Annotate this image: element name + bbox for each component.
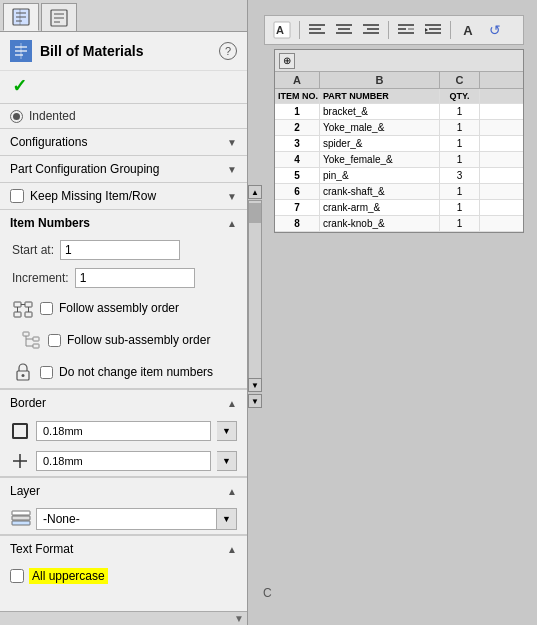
layer-label: Layer <box>10 484 227 498</box>
panel-title: Bill of Materials <box>40 43 211 59</box>
layer-icon <box>10 508 32 530</box>
layer-header[interactable]: Layer ▲ <box>0 477 247 504</box>
cell-item-8: 8 <box>275 216 320 231</box>
svg-rect-15 <box>25 302 32 307</box>
keep-missing-checkbox[interactable] <box>10 189 24 203</box>
left-panel: Bill of Materials ? ✓ Indented Configura… <box>0 0 248 625</box>
col-header-row: A B C <box>275 72 523 89</box>
table-row: 5 pin_& 3 <box>275 168 523 184</box>
follow-assembly-row[interactable]: Follow assembly order <box>0 292 247 324</box>
font-format-button[interactable]: A <box>270 19 294 41</box>
cell-item-7: 7 <box>275 200 320 215</box>
part-config-grouping-section[interactable]: Part Configuration Grouping ▼ <box>0 155 247 182</box>
item-numbers-label: Item Numbers <box>10 216 227 230</box>
cell-part-7: crank-arm_& <box>320 200 440 215</box>
start-at-input[interactable] <box>60 240 180 260</box>
border-outer-icon <box>10 421 30 441</box>
svg-rect-32 <box>12 521 30 525</box>
layer-section: Layer ▲ -None- ▼ <box>0 476 247 530</box>
do-not-change-row[interactable]: Do not change item numbers <box>0 356 247 388</box>
svg-rect-23 <box>33 344 39 348</box>
configurations-label: Configurations <box>10 135 227 149</box>
cell-qty-4: 1 <box>440 152 480 167</box>
do-not-change-label: Do not change item numbers <box>59 365 213 379</box>
item-numbers-header[interactable]: Item Numbers ▲ <box>0 209 247 236</box>
increment-input[interactable] <box>75 268 195 288</box>
chevron-up-icon3: ▲ <box>227 486 237 497</box>
table-row: 2 Yoke_male_& 1 <box>275 120 523 136</box>
table-row: 8 crank-knob_& 1 <box>275 216 523 232</box>
cell-item-5: 5 <box>275 168 320 183</box>
svg-marker-53 <box>425 28 428 32</box>
border-cross-icon <box>10 451 30 471</box>
chevron-down-icon2: ▼ <box>227 164 237 175</box>
align-left-button[interactable] <box>305 19 329 41</box>
layer-select-control: -None- ▼ <box>10 508 237 530</box>
corner-c-label: C <box>263 586 272 600</box>
right-panel: ▲ ▼ ▼ A <box>248 0 537 625</box>
text-format-label: Text Format <box>10 542 227 556</box>
cell-qty-7: 1 <box>440 200 480 215</box>
configurations-section[interactable]: Configurations ▼ <box>0 128 247 155</box>
table-row: 3 spider_& 1 <box>275 136 523 152</box>
follow-sub-assembly-row[interactable]: Follow sub-assembly order <box>0 324 247 356</box>
border-line1-value: 0.18mm <box>36 421 211 441</box>
border-header[interactable]: Border ▲ <box>0 389 247 416</box>
keep-missing-row[interactable]: Keep Missing Item/Row ▼ <box>0 182 247 209</box>
toolbar-sep3 <box>450 21 451 39</box>
table-row: 1 bracket_& 1 <box>275 104 523 120</box>
svg-rect-29 <box>13 424 27 438</box>
border-line1-dropdown[interactable]: ▼ <box>217 421 237 441</box>
col-header-b: B <box>320 72 440 88</box>
tab-bom[interactable] <box>3 3 39 31</box>
cell-part-5: pin_& <box>320 168 440 183</box>
cell-part-1: bracket_& <box>320 104 440 119</box>
border-line2-value: 0.18mm <box>36 451 211 471</box>
scroll-down-arrow[interactable]: ▼ <box>234 613 244 624</box>
follow-assembly-checkbox[interactable] <box>40 302 53 315</box>
layer-select-arrow[interactable]: ▼ <box>217 508 237 530</box>
indented-row[interactable]: Indented <box>0 103 247 128</box>
scroll-up-btn[interactable]: ▲ <box>248 185 262 199</box>
cell-qty-6: 1 <box>440 184 480 199</box>
border-line2-dropdown[interactable]: ▼ <box>217 451 237 471</box>
border-label: Border <box>10 396 227 410</box>
help-button[interactable]: ? <box>219 42 237 60</box>
scroll-thumb <box>249 203 261 223</box>
indent-button[interactable] <box>421 19 445 41</box>
align-center-button[interactable] <box>332 19 356 41</box>
cell-part-4: Yoke_female_& <box>320 152 440 167</box>
more-format-button[interactable] <box>394 19 418 41</box>
follow-sub-assembly-label: Follow sub-assembly order <box>67 333 210 347</box>
scroll-down-btn[interactable]: ▼ <box>248 378 262 392</box>
start-at-row: Start at: <box>0 236 247 264</box>
scroll-down-btn2[interactable]: ▼ <box>248 394 262 408</box>
cell-item-4: 4 <box>275 152 320 167</box>
cell-item-1: 1 <box>275 104 320 119</box>
cell-part-3: spider_& <box>320 136 440 151</box>
font-a-button[interactable]: A <box>456 19 480 41</box>
tab-bar <box>0 0 247 32</box>
all-uppercase-row: All uppercase <box>0 562 247 590</box>
follow-assembly-label: Follow assembly order <box>59 301 179 315</box>
chevron-up-icon: ▲ <box>227 218 237 229</box>
cell-item-6: 6 <box>275 184 320 199</box>
bottom-scroll[interactable]: ▼ <box>0 611 248 625</box>
radio-inner <box>13 113 20 120</box>
all-uppercase-checkbox[interactable] <box>10 569 24 583</box>
cell-part-no-header: PART NUMBER <box>320 89 440 103</box>
keep-missing-label: Keep Missing Item/Row <box>30 189 156 203</box>
text-format-section: Text Format ▲ All uppercase <box>0 534 247 590</box>
tab-properties[interactable] <box>41 3 77 31</box>
follow-sub-icon <box>20 329 42 351</box>
text-format-header[interactable]: Text Format ▲ <box>0 535 247 562</box>
left-scroll-track[interactable] <box>248 200 262 380</box>
border-line2-row: 0.18mm ▼ <box>0 446 247 476</box>
radio-indented[interactable] <box>10 110 23 123</box>
align-right-button[interactable] <box>359 19 383 41</box>
cell-qty-header: QTY. <box>440 89 480 103</box>
col-header-a: A <box>275 72 320 88</box>
refresh-button[interactable]: ↺ <box>483 19 507 41</box>
do-not-change-checkbox[interactable] <box>40 366 53 379</box>
follow-sub-assembly-checkbox[interactable] <box>48 334 61 347</box>
